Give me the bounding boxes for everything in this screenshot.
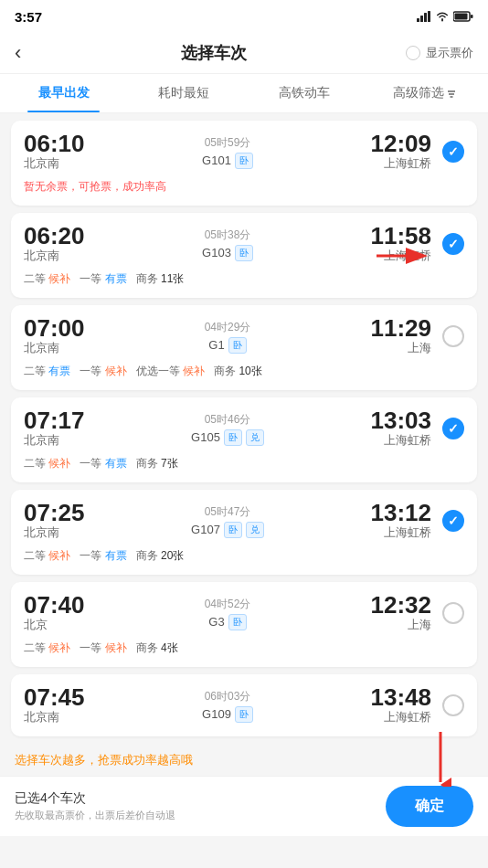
train-card-G1: 07:00 北京南 04时29分 G1 卧 11:29 上海 二等 有票 一等 … [11, 305, 477, 390]
train-card-G101: 06:10 北京南 05时59分 G101 卧 12:09 上海虹桥 暂无余票，… [11, 121, 477, 206]
checkbox-G101[interactable] [442, 141, 464, 163]
page-title: 选择车次 [181, 42, 247, 64]
down-arrow-annotation [430, 732, 451, 787]
tab-highspeed[interactable]: 高铁动车 [244, 74, 365, 112]
svg-rect-2 [424, 13, 427, 22]
header: ‹ 选择车次 显示票价 [0, 33, 488, 74]
checkbox-G103[interactable] [442, 233, 464, 255]
checkbox-G107[interactable] [442, 510, 464, 532]
arrive-time-G101: 12:09 上海虹桥 [371, 132, 432, 172]
svg-rect-5 [455, 14, 468, 20]
confirm-button[interactable]: 确定 [386, 786, 473, 827]
ticket-row-G101: 暂无余票，可抢票，成功率高 [24, 179, 464, 195]
tab-shortest[interactable]: 耗时最短 [124, 74, 245, 112]
svg-rect-6 [471, 15, 473, 18]
show-price-label: 显示票价 [426, 45, 473, 61]
arrive-time-G109: 13:48 上海虹桥 [371, 685, 432, 725]
duration-G101: 05时59分 G101 卧 [85, 135, 371, 169]
checkbox-G109[interactable] [442, 694, 464, 716]
ticket-row-G105: 二等 候补 一等 有票 商务 7张 [24, 456, 464, 471]
status-time: 3:57 [15, 9, 42, 25]
arrive-time-G3: 12:32 上海 [371, 593, 432, 633]
status-icons [417, 11, 473, 22]
duration-G1: 04时29分 G1 卧 [85, 320, 371, 354]
filter-tabs: 最早出发 耗时最短 高铁动车 高级筛选 [0, 74, 488, 113]
right-arrow-annotation [377, 245, 431, 267]
train-card-G109: 07:45 北京南 06时03分 G109 卧 13:48 上海虹桥 [11, 674, 477, 736]
arrive-time-G1: 11:29 上海 [371, 316, 432, 356]
selected-count: 已选4个车次 [15, 790, 386, 807]
bottom-bar-note: 先收取最高票价，出票后差价自动退 [15, 809, 386, 822]
duration-G107: 05时47分 G107 卧 兑 [85, 504, 371, 538]
duration-G103: 05时38分 G103 卧 [85, 228, 371, 261]
svg-rect-3 [428, 11, 430, 22]
signal-icon [417, 11, 431, 22]
back-button[interactable]: ‹ [15, 43, 21, 63]
train-list: 06:10 北京南 05时59分 G101 卧 12:09 上海虹桥 暂无余票，… [0, 113, 488, 744]
show-price-radio[interactable] [406, 46, 420, 60]
train-card-G105: 07:17 北京南 05时46分 G105 卧 兑 13:03 上海虹桥 二等 … [11, 397, 477, 482]
depart-time-G109: 07:45 北京南 [24, 685, 85, 725]
duration-G109: 06时03分 G109 卧 [85, 689, 371, 723]
tab-advanced[interactable]: 高级筛选 [365, 74, 485, 112]
depart-time-G103: 06:20 北京南 [24, 224, 85, 264]
filter-icon [447, 89, 456, 98]
header-right: 显示票价 [406, 45, 473, 61]
depart-time-G1: 07:00 北京南 [24, 316, 85, 356]
tab-earliest[interactable]: 最早出发 [4, 74, 124, 112]
depart-time-G101: 06:10 北京南 [24, 132, 85, 172]
wifi-icon [435, 11, 450, 22]
train-card-G3: 07:40 北京 04时52分 G3 卧 12:32 上海 二等 候补 一等 候… [11, 582, 477, 667]
depart-time-G3: 07:40 北京 [24, 593, 85, 633]
svg-rect-1 [420, 16, 423, 22]
checkbox-G3[interactable] [442, 602, 464, 624]
checkbox-G1[interactable] [442, 325, 464, 347]
ticket-row-G3: 二等 候补 一等 候补 商务 4张 [24, 640, 464, 656]
depart-time-G105: 07:17 北京南 [24, 408, 85, 449]
svg-rect-0 [417, 18, 419, 22]
duration-G3: 04时52分 G3 卧 [85, 597, 371, 630]
train-card-G103: 06:20 北京南 05时38分 G103 卧 11:58 上海虹桥 [11, 213, 477, 298]
arrive-time-G105: 13:03 上海虹桥 [371, 408, 432, 449]
ticket-row-G107: 二等 候补 一等 有票 商务 20张 [24, 548, 464, 564]
ticket-row-G103: 二等 候补 一等 有票 商务 11张 [24, 271, 464, 287]
checkbox-G105[interactable] [442, 418, 464, 439]
train-card-G107: 07:25 北京南 05时47分 G107 卧 兑 13:12 上海虹桥 二等 … [11, 490, 477, 575]
status-bar: 3:57 [0, 0, 488, 33]
battery-icon [453, 11, 473, 22]
bottom-tip: 选择车次越多，抢票成功率越高哦 [0, 744, 488, 772]
arrive-time-G107: 13:12 上海虹桥 [371, 501, 432, 541]
bottom-bar-info: 已选4个车次 先收取最高票价，出票后差价自动退 [15, 790, 386, 822]
ticket-row-G1: 二等 有票 一等 候补 优选一等 候补 商务 10张 [24, 364, 464, 379]
bottom-tip-text: 选择车次越多，抢票成功率越高哦 [15, 753, 193, 767]
depart-time-G107: 07:25 北京南 [24, 501, 85, 541]
bottom-bar: 已选4个车次 先收取最高票价，出票后差价自动退 确定 [0, 776, 488, 836]
duration-G105: 05时46分 G105 卧 兑 [85, 412, 371, 446]
